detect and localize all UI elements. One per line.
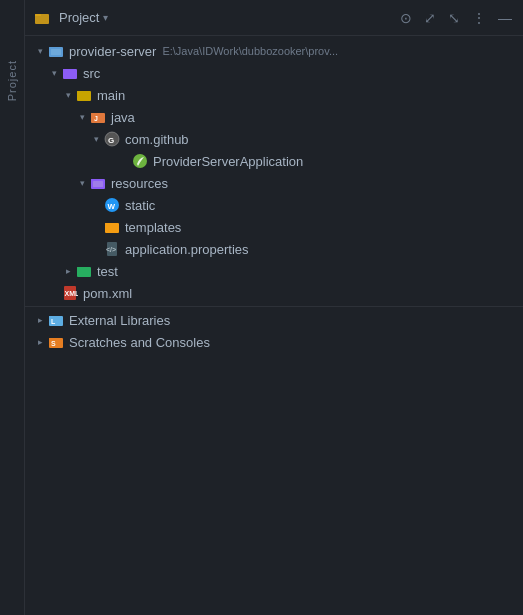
more-icon-btn[interactable]: ⋮ [469, 8, 489, 28]
spring-icon [131, 152, 149, 170]
folder-icon-provider-server [47, 42, 65, 60]
svg-text:W: W [108, 202, 116, 211]
panel-title: Project [59, 10, 99, 25]
properties-file-icon: </> [103, 240, 121, 258]
folder-icon-main [75, 86, 93, 104]
templates-icon [103, 218, 121, 236]
tree-row-com-github[interactable]: G com.github [25, 128, 523, 150]
svg-rect-4 [51, 49, 61, 55]
label-provider-server: provider-server [69, 44, 156, 59]
tree-row-src[interactable]: src [25, 62, 523, 84]
label-provider-app: ProviderServerApplication [153, 154, 303, 169]
tree-row-pom[interactable]: XML pom.xml [25, 282, 523, 304]
tree-row-provider-app[interactable]: ProviderServerApplication [25, 150, 523, 172]
tree-row-test[interactable]: test [25, 260, 523, 282]
tree-row-resources[interactable]: resources [25, 172, 523, 194]
breadcrumb-path: E:\Java\IDWork\dubbozooker\prov... [162, 45, 338, 57]
collapse-icon-btn[interactable]: ⤡ [445, 8, 463, 28]
svg-text:XML: XML [65, 290, 79, 297]
folder-icon-src [61, 64, 79, 82]
label-ext-libs: External Libraries [69, 313, 170, 328]
svg-rect-1 [35, 14, 41, 16]
tree-row-app-properties[interactable]: </> application.properties [25, 238, 523, 260]
title-bar: Project ▾ ⊙ ⤢ ⤡ ⋮ — [25, 0, 523, 36]
label-resources: resources [111, 176, 168, 191]
label-app-properties: application.properties [125, 242, 249, 257]
svg-rect-8 [77, 91, 83, 93]
project-panel: Project ▾ ⊙ ⤢ ⤡ ⋮ — provider-server E [25, 0, 523, 615]
tree-row-ext-libs[interactable]: L External Libraries [25, 309, 523, 331]
project-folder-icon [33, 9, 51, 27]
svg-rect-21 [105, 223, 111, 225]
arrow-scratches[interactable] [33, 335, 47, 349]
svg-rect-16 [91, 179, 97, 181]
svg-rect-3 [49, 47, 55, 49]
label-java: java [111, 110, 135, 125]
file-tree: provider-server E:\Java\IDWork\dubbozook… [25, 36, 523, 615]
folder-icon-test [75, 262, 93, 280]
side-tab-label: Project [6, 60, 18, 101]
folder-icon-java: J [89, 108, 107, 126]
svg-text:G: G [108, 136, 114, 145]
title-left: Project ▾ [33, 9, 108, 27]
github-icon: G [103, 130, 121, 148]
svg-text:S: S [51, 340, 56, 347]
svg-text:J: J [94, 115, 98, 122]
svg-rect-17 [93, 181, 103, 187]
svg-text:L: L [51, 318, 56, 325]
arrow-provider-server[interactable] [33, 44, 47, 58]
arrow-com-github[interactable] [89, 132, 103, 146]
panel-title-chevron[interactable]: ▾ [103, 12, 108, 23]
label-main: main [97, 88, 125, 103]
label-templates: templates [125, 220, 181, 235]
tree-row-main[interactable]: main [25, 84, 523, 106]
label-test: test [97, 264, 118, 279]
tree-row-scratches[interactable]: S Scratches and Consoles [25, 331, 523, 353]
target-icon-btn[interactable]: ⊙ [397, 8, 415, 28]
tree-separator [25, 306, 523, 307]
arrow-resources[interactable] [75, 176, 89, 190]
arrow-main[interactable] [61, 88, 75, 102]
side-panel-tab[interactable]: Project [0, 0, 25, 615]
svg-rect-25 [77, 267, 83, 269]
xml-file-icon: XML [61, 284, 79, 302]
scratches-icon: S [47, 333, 65, 351]
label-src: src [83, 66, 100, 81]
arrow-java[interactable] [75, 110, 89, 124]
title-actions: ⊙ ⤢ ⤡ ⋮ — [397, 8, 515, 28]
tree-row-java[interactable]: J java [25, 106, 523, 128]
folder-icon-resources [89, 174, 107, 192]
svg-text:</>: </> [106, 246, 116, 253]
arrow-ext-libs[interactable] [33, 313, 47, 327]
label-pom: pom.xml [83, 286, 132, 301]
label-com-github: com.github [125, 132, 189, 147]
expand-icon-btn[interactable]: ⤢ [421, 8, 439, 28]
minimize-icon-btn[interactable]: — [495, 8, 515, 28]
label-scratches: Scratches and Consoles [69, 335, 210, 350]
arrow-src[interactable] [47, 66, 61, 80]
ext-libs-icon: L [47, 311, 65, 329]
arrow-test[interactable] [61, 264, 75, 278]
svg-rect-6 [63, 69, 69, 71]
tree-row-static[interactable]: W static [25, 194, 523, 216]
static-icon: W [103, 196, 121, 214]
tree-row-templates[interactable]: templates [25, 216, 523, 238]
tree-row-provider-server[interactable]: provider-server E:\Java\IDWork\dubbozook… [25, 40, 523, 62]
label-static: static [125, 198, 155, 213]
